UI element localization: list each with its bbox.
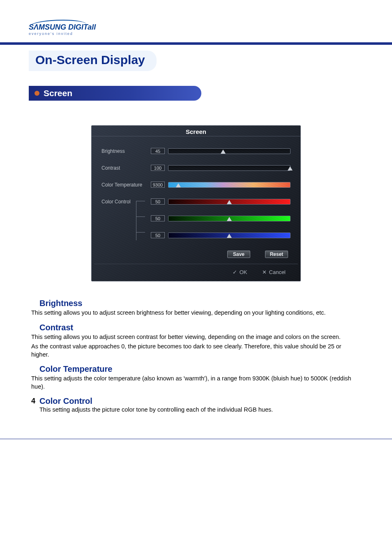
contrast-row: Contrast 100 [92, 163, 300, 173]
cc-blue-slider[interactable] [168, 233, 291, 238]
cc-green-slider[interactable] [168, 216, 291, 221]
desc-colorcontrol-heading: 4 Color Control [31, 396, 361, 406]
desc-colortemp-title: Color Temperature [39, 364, 361, 374]
cc-blue-value: 50 [151, 232, 165, 238]
reset-button[interactable]: Reset [265, 251, 288, 258]
osd-title: Screen [92, 126, 300, 136]
color-temp-slider[interactable] [168, 182, 291, 188]
brand-tagline: everyone's invited [29, 32, 363, 36]
brightness-row: Brightness 45 [92, 146, 300, 156]
contrast-label: Contrast [101, 165, 151, 171]
ok-button[interactable]: ✓ OK [233, 269, 247, 275]
brightness-slider[interactable] [168, 148, 291, 154]
close-icon: ✕ [262, 269, 267, 275]
contrast-value: 100 [151, 165, 165, 171]
brand-logo: SΛMSUNG DIGITall everyone's invited [29, 20, 363, 36]
desc-colortemp-text: This setting adjusts the color temperatu… [31, 375, 361, 391]
save-button[interactable]: Save [227, 251, 250, 258]
color-control-green-row: 50 [92, 214, 300, 223]
contrast-slider[interactable] [168, 165, 291, 171]
color-control-label: Color Control [101, 199, 151, 205]
bullet-icon [35, 91, 39, 96]
page-title: On-Screen Display [35, 53, 145, 67]
ok-label: OK [240, 269, 247, 275]
footer-divider [0, 439, 392, 439]
page-title-pill: On-Screen Display [29, 51, 157, 71]
cc-red-value: 50 [151, 198, 165, 205]
color-control-group: Color Control 50 50 [92, 197, 300, 240]
cc-red-slider[interactable] [168, 199, 291, 205]
header-divider [0, 42, 392, 45]
cancel-button[interactable]: ✕ Cancel [262, 269, 286, 275]
color-temp-row: Color Temperature 9300 [92, 180, 300, 189]
brightness-label: Brightness [101, 148, 151, 154]
desc-contrast-p1: This setting allows you to adjust screen… [31, 333, 361, 341]
desc-colorcontrol-text: This setting adjusts the picture color t… [39, 406, 361, 414]
section-heading-bar: Screen [29, 86, 201, 101]
cancel-label: Cancel [269, 269, 286, 275]
brightness-value: 45 [151, 148, 165, 154]
color-control-red-row: Color Control 50 [92, 197, 300, 206]
desc-colorcontrol-title: Color Control [39, 396, 92, 406]
color-temp-label: Color Temperature [101, 182, 151, 188]
osd-panel: Screen Brightness 45 Contrast 100 Color … [91, 125, 301, 281]
color-temp-value: 9300 [151, 182, 165, 188]
check-icon: ✓ [233, 269, 237, 275]
desc-contrast-p2: As the contrast value approaches 0, the … [31, 343, 361, 359]
desc-contrast-title: Contrast [39, 323, 361, 332]
brand-name: SΛMSUNG DIGITall [29, 23, 363, 32]
color-control-blue-row: 50 [92, 230, 300, 240]
descriptions: Brightness This setting allows you to ad… [29, 299, 363, 414]
section-heading: Screen [44, 88, 72, 98]
desc-brightness-title: Brightness [39, 299, 361, 308]
desc-brightness-text: This setting allows you to adjust screen… [31, 309, 361, 317]
desc-colorcontrol-num: 4 [31, 397, 35, 405]
cc-green-value: 50 [151, 215, 165, 221]
